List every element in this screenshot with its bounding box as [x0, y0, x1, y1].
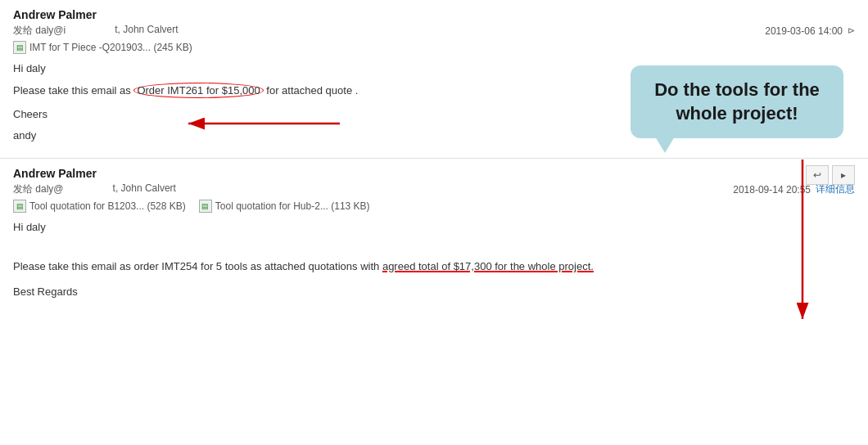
callout-text: Do the tools for the whole project! — [654, 79, 820, 124]
email2-attachment1-text: Tool quotation for B1203... (528 KB) — [29, 200, 186, 212]
email2-to-address: daly@ — [35, 183, 63, 195]
email2-cc: t, John Calvert — [113, 182, 176, 196]
email1-to-label: 发给 — [13, 25, 33, 36]
email2-closing: Best Regards — [13, 284, 855, 301]
email2-body-underline: agreed total of $17,300 for the whole pr… — [382, 260, 594, 272]
email2-to: 发给 daly@ — [13, 182, 64, 196]
email2-attachment2: ▤ Tool quotation for Hub-2... (113 KB) — [199, 200, 370, 213]
email1-body-suffix: for attached quote . — [264, 84, 359, 97]
email2-greeting: Hi daly — [13, 219, 855, 236]
email1-expand-icon: ⊳ — [848, 25, 855, 36]
email1-meta-left: 发给 daly@i t, John Calvert — [13, 24, 179, 38]
email1-attachment: ▤ IMT for T Piece -Q201903... (245 KB) — [13, 41, 192, 54]
attach-icon-3: ▤ — [199, 200, 212, 213]
email1-sender: Andrew Palmer — [13, 8, 855, 21]
email1-to: 发给 daly@i — [13, 24, 66, 38]
email2-body-text: Please take this email as order IMT254 f… — [13, 258, 855, 276]
email-block-1: Andrew Palmer 发给 daly@i t, John Calvert … — [0, 0, 868, 159]
email1-cc: t, John Calvert — [115, 24, 178, 38]
email1-body-highlight: Order IMT261 for $15,000 — [133, 83, 263, 98]
email2-attachment2-text: Tool quotation for Hub-2... (113 KB) — [215, 200, 370, 212]
email2-body-main: Please take this email as order IMT254 f… — [13, 260, 382, 272]
forward-button[interactable]: ▸ — [832, 165, 855, 185]
email2-meta-left: 发给 daly@ t, John Calvert — [13, 182, 176, 196]
email1-date: 2019-03-06 14:00 — [765, 25, 843, 37]
attach-icon-2: ▤ — [13, 200, 26, 213]
email2-attachment-row: ▤ Tool quotation for B1203... (528 KB) ▤… — [13, 200, 855, 213]
email1-meta-row: 发给 daly@i t, John Calvert 2019-03-06 14:… — [13, 24, 855, 38]
callout-bubble: Do the tools for the whole project! — [631, 65, 843, 138]
email2-body: Hi daly Please take this email as order … — [13, 219, 855, 300]
email2-to-label: 发给 — [13, 183, 33, 195]
attach-icon-1: ▤ — [13, 41, 26, 54]
arrow-to-highlight — [180, 111, 344, 136]
email2-sender: Andrew Palmer — [13, 167, 855, 180]
email2-meta-row: 发给 daly@ t, John Calvert 2018-09-14 20:5… — [13, 182, 855, 196]
email-block-2: ↩ ▸ Andrew Palmer 发给 daly@ t, John Calve… — [0, 159, 868, 317]
email1-attachment-row: ▤ IMT for T Piece -Q201903... (245 KB) — [13, 41, 855, 54]
arrow-callout-to-email2 — [778, 160, 827, 323]
email-container: Andrew Palmer 发给 daly@i t, John Calvert … — [0, 0, 868, 317]
email1-meta-right: 2019-03-06 14:00 ⊳ — [765, 25, 855, 37]
email1-to-address: daly@i — [35, 25, 66, 36]
email1-body-prefix: Please take this email as — [13, 84, 133, 97]
email2-attachment1: ▤ Tool quotation for B1203... (528 KB) — [13, 200, 186, 213]
email1-attachment-text: IMT for T Piece -Q201903... (245 KB) — [29, 42, 192, 53]
